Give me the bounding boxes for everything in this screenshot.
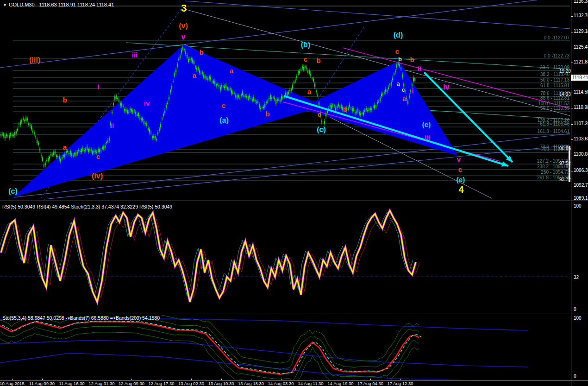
candle-body xyxy=(167,103,168,104)
candle-body xyxy=(135,112,136,114)
wave-label[interactable]: (c) xyxy=(305,126,338,133)
wave-label[interactable]: 3 xyxy=(168,3,200,13)
wave-label[interactable]: i xyxy=(82,83,114,90)
wave-label[interactable]: (iii) xyxy=(19,57,51,64)
price-axis-label: 1136.38 xyxy=(574,0,588,4)
wave-label[interactable]: iv xyxy=(131,100,163,107)
candle-body xyxy=(142,118,143,120)
wave-label[interactable]: (e) xyxy=(410,121,443,128)
price-axis-label: 1125.48 xyxy=(574,45,588,50)
candle-body xyxy=(371,108,372,110)
candle-body xyxy=(274,98,275,100)
candle-body xyxy=(166,105,167,108)
wave-label[interactable]: (d) xyxy=(382,32,414,39)
symbol-period-label: GOLD,M30 xyxy=(9,2,35,7)
wave-label[interactable]: iv xyxy=(430,83,463,91)
current-price-box: 1118.41 xyxy=(571,75,588,81)
candle-body xyxy=(49,157,50,159)
fib-level-label: 61.8 - 1106.46 xyxy=(500,122,569,127)
wave-label[interactable]: b xyxy=(384,56,416,62)
candle-body xyxy=(259,104,260,108)
candle-body xyxy=(84,150,85,152)
wave-label[interactable]: iii xyxy=(411,134,444,141)
candle-body xyxy=(132,110,133,114)
rsi-panel[interactable] xyxy=(0,210,570,302)
wave-label[interactable]: (c) xyxy=(0,188,29,195)
candle-body xyxy=(252,99,253,101)
wave-label[interactable]: (e) xyxy=(444,176,477,183)
wave-label[interactable]: a xyxy=(215,67,248,74)
panel-separator[interactable] xyxy=(0,201,588,201)
candle-body xyxy=(232,92,233,94)
wave-label[interactable]: a xyxy=(49,144,81,151)
candle-body xyxy=(24,120,25,121)
main-price-chart[interactable] xyxy=(0,0,570,199)
wave-label[interactable]: a xyxy=(178,72,211,79)
candle-body xyxy=(217,84,218,85)
price-axis-label: 1096.38 xyxy=(574,168,588,173)
wave-label[interactable]: ii xyxy=(96,122,128,129)
candle-body xyxy=(282,96,283,98)
candle-body xyxy=(69,153,69,154)
wave-label[interactable]: v xyxy=(167,33,200,41)
wave-label[interactable]: c xyxy=(387,87,419,93)
candle-body xyxy=(267,101,268,102)
wave-label[interactable]: b xyxy=(49,96,81,103)
dropdown-arrow-icon[interactable]: ▼ xyxy=(3,3,7,7)
panel-separator[interactable] xyxy=(0,314,588,314)
wave-label[interactable]: c xyxy=(381,48,413,55)
candle-body xyxy=(177,63,178,67)
candle-body xyxy=(131,109,132,111)
wave-label[interactable]: b xyxy=(302,57,335,64)
candle-body xyxy=(289,90,290,91)
candle-body xyxy=(141,118,142,120)
rsi-indicator-header: RSI(5) 50.3049 RSI(4) 49.4854 Stoch(21,3… xyxy=(2,204,172,209)
wave-label[interactable]: b xyxy=(329,106,361,113)
wave-label[interactable]: 4 xyxy=(445,185,477,194)
candle-body xyxy=(88,149,89,152)
wave-label[interactable]: a xyxy=(382,81,414,87)
wave-label[interactable]: c xyxy=(207,102,240,109)
candle-body xyxy=(121,103,122,107)
candle-body xyxy=(10,133,11,136)
wave-label[interactable]: b xyxy=(185,49,218,56)
candle-body xyxy=(103,146,104,150)
candle-body xyxy=(255,100,256,101)
time-axis-tick xyxy=(311,379,311,380)
wave-label[interactable]: (iv) xyxy=(81,172,113,180)
candle-body xyxy=(160,124,161,127)
wave-label[interactable]: a xyxy=(293,88,325,95)
symbol-title-bar: ▼GOLD,M301118.63 1118.91 1118.24 1118.41 xyxy=(3,2,114,7)
time-axis-tick xyxy=(400,379,401,380)
candle-body xyxy=(56,155,57,157)
time-axis-label: 13 Aug 10:30 xyxy=(206,381,237,386)
candle-body xyxy=(180,56,181,58)
wave-label[interactable]: iii xyxy=(119,51,151,58)
candle-body xyxy=(263,107,264,108)
wave-label[interactable]: a xyxy=(388,95,420,102)
price-axis-label: 1089.18 xyxy=(574,196,588,201)
wave-label[interactable]: v xyxy=(443,156,475,163)
candle-body xyxy=(37,140,38,144)
candle-body xyxy=(106,142,107,143)
candle-body xyxy=(194,61,194,64)
candle-body xyxy=(55,152,56,154)
wave-label[interactable]: ii xyxy=(403,65,436,72)
candle-body xyxy=(287,92,288,96)
sto-bands-panel[interactable] xyxy=(0,311,528,386)
candle-body xyxy=(9,135,10,138)
wave-label[interactable]: (b) xyxy=(289,41,322,49)
candle-body xyxy=(385,89,386,92)
candle-body xyxy=(153,136,154,138)
wave-label[interactable]: (v) xyxy=(167,22,200,30)
candle-body xyxy=(246,96,247,98)
wave-label[interactable]: b xyxy=(251,110,284,117)
wave-label[interactable]: (a) xyxy=(208,117,240,124)
candle-body xyxy=(62,157,63,158)
price-axis-tick xyxy=(571,63,573,63)
candle-body xyxy=(39,149,40,151)
candle-body xyxy=(362,113,363,114)
candle-body xyxy=(0,134,1,136)
wave-label[interactable]: c xyxy=(82,153,114,160)
wave-label[interactable]: c xyxy=(444,166,476,173)
